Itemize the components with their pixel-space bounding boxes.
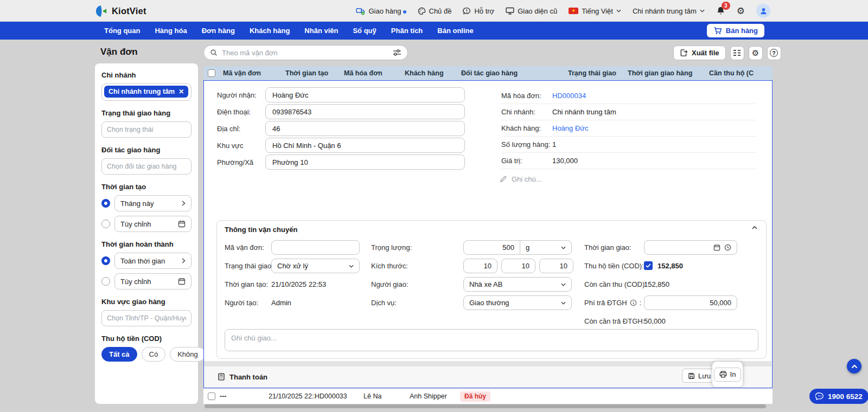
fee-remaining-value: 50,000 — [644, 314, 666, 329]
list-settings-button[interactable]: ⚙ — [749, 46, 763, 60]
invoice-code-link[interactable]: HD000034 — [552, 92, 586, 100]
completed-preset-select[interactable]: Toàn thời gian — [114, 253, 192, 269]
nav-items: Tổng quan Hàng hóa Đơn hàng Khách hàng N… — [104, 22, 474, 40]
fee-input[interactable] — [644, 295, 737, 310]
table-row[interactable]: --- 21/10/2025 22:34 HD000033 Lê Na Anh … — [203, 389, 773, 404]
save-button[interactable]: Lưu — [682, 369, 717, 383]
support-bubble-icon — [463, 7, 471, 15]
area-filter-input[interactable] — [101, 310, 192, 326]
col-doi-tac[interactable]: Đối tác giao hàng — [458, 69, 565, 77]
recipient-phone-row: Điện thoại: — [217, 104, 465, 119]
export-file-button[interactable]: Xuất file — [673, 46, 726, 60]
help-button[interactable]: ? — [767, 46, 781, 60]
recipient-phone-input[interactable] — [265, 104, 465, 119]
nav-hang-hoa[interactable]: Hàng hóa — [155, 27, 187, 35]
filter-sliders-icon[interactable] — [393, 49, 401, 56]
menu-delivery[interactable]: Giao hàng — [356, 7, 406, 15]
chip-close-icon[interactable]: ✕ — [178, 88, 184, 95]
menu-support[interactable]: Hỗ trợ — [463, 7, 494, 15]
created-custom-value: Tùy chỉnh — [120, 220, 151, 228]
recipient-region-label: Khu vực — [217, 141, 265, 150]
delivery-time-input[interactable] — [644, 240, 737, 255]
invoice-note-field[interactable]: Ghi chú... — [500, 175, 542, 183]
recipient-ward-label: Phường/Xã — [217, 158, 265, 166]
cod-option-no[interactable]: Không — [170, 347, 206, 362]
kiotviet-logo[interactable]: KiotViet — [95, 0, 146, 22]
invoice-branch-value: Chi nhánh trung tâm — [552, 108, 616, 116]
completed-preset-radio[interactable] — [101, 256, 110, 265]
cod-option-all[interactable]: Tất cả — [101, 347, 137, 362]
scroll-to-top-button[interactable] — [847, 359, 861, 374]
recipient-region-input[interactable] — [265, 138, 465, 153]
clock-icon[interactable] — [724, 244, 731, 251]
filter-branch: Chi nhánh Chi nhánh trung tâm ✕ — [101, 71, 192, 101]
export-file-label: Xuất file — [692, 49, 719, 57]
recipient-name-input[interactable] — [265, 87, 465, 102]
nav-phan-tich[interactable]: Phân tích — [391, 27, 423, 35]
col-thoi-gian-tao[interactable]: Thời gian tạo — [282, 69, 341, 77]
nav-khach-hang[interactable]: Khách hàng — [250, 27, 290, 35]
nav-ban-online[interactable]: Bán online — [437, 27, 473, 35]
col-can-thu-ho[interactable]: Cần thu hộ (C — [706, 69, 773, 77]
shipping-note-textarea[interactable] — [225, 329, 758, 351]
deliverer-select[interactable]: Nhà xe AB — [463, 277, 572, 292]
branch-filter-input[interactable]: Chi nhánh trung tâm ✕ — [101, 83, 192, 101]
size-height-input[interactable] — [539, 259, 573, 273]
nav-so-quy[interactable]: Sổ quỹ — [353, 27, 376, 35]
collapse-chevron-up-icon[interactable] — [752, 226, 757, 229]
payment-toggle[interactable]: Thanh toán — [218, 373, 267, 381]
horizontal-scrollbar[interactable] — [205, 404, 766, 408]
weight-input[interactable] — [464, 243, 520, 252]
cod-option-yes[interactable]: Có — [142, 347, 166, 362]
shipping-code-input[interactable] — [271, 240, 360, 255]
menu-theme[interactable]: Chủ đề — [418, 7, 452, 15]
menu-old-ui[interactable]: Giao diện cũ — [506, 7, 557, 15]
nav-don-hang[interactable]: Đơn hàng — [202, 27, 235, 35]
weight-unit-select[interactable]: g — [520, 241, 571, 254]
size-length-input[interactable] — [463, 259, 497, 273]
cod-checkbox-checked[interactable] — [644, 261, 653, 270]
col-trang-thai[interactable]: Trạng thái giao — [565, 69, 624, 77]
nav-tong-quan[interactable]: Tổng quan — [104, 27, 140, 35]
col-ma-van-don[interactable]: Mã vận đơn — [220, 69, 282, 77]
col-ma-hoa-don[interactable]: Mã hóa đơn — [341, 69, 401, 77]
select-all-checkbox[interactable] — [208, 69, 215, 77]
created-preset-radio[interactable] — [101, 199, 110, 208]
branch-chip[interactable]: Chi nhánh trung tâm ✕ — [104, 86, 188, 98]
partner-filter-input[interactable] — [101, 158, 192, 175]
calendar-icon[interactable] — [713, 244, 720, 251]
completed-custom-select[interactable]: Tùy chỉnh — [114, 273, 192, 289]
branch-filter-label: Chi nhánh — [101, 71, 192, 79]
info-icon[interactable] — [630, 299, 637, 306]
delivery-status-input[interactable] — [101, 121, 192, 138]
cod-filter-label: Thu hộ tiền (COD) — [101, 334, 192, 343]
weight-unit-value: g — [526, 243, 529, 252]
sell-button[interactable]: Bán hàng — [707, 24, 764, 37]
shipping-created-label: Thời gian tạo: — [225, 277, 268, 292]
completed-custom-radio[interactable] — [101, 277, 110, 286]
col-thoi-gian-giao[interactable]: Thời gian giao hàng — [624, 69, 706, 77]
nav-nhan-vien[interactable]: Nhân viên — [304, 27, 338, 35]
search-input[interactable] — [222, 49, 388, 57]
recipient-ward-input[interactable] — [265, 154, 465, 170]
menu-branch-switcher[interactable]: Chi nhánh trung tâm — [633, 7, 705, 15]
settings-button[interactable]: ⚙ — [737, 7, 745, 16]
col-khach-hang[interactable]: Khách hàng — [401, 69, 458, 77]
created-preset-select[interactable]: Tháng này — [114, 195, 192, 211]
size-width-input[interactable] — [501, 259, 535, 273]
recipient-address-input[interactable] — [265, 121, 465, 136]
notifications-button[interactable]: 3 — [716, 6, 725, 16]
deliverer-value: Nhà xe AB — [469, 280, 502, 288]
hotline-button[interactable]: 1900 6522 — [809, 389, 868, 404]
created-custom-radio[interactable] — [101, 220, 110, 228]
menu-language[interactable]: ★ Tiếng Việt — [569, 7, 621, 15]
print-button[interactable]: In — [714, 368, 742, 382]
service-select[interactable]: Giao thường — [463, 295, 572, 310]
created-custom-select[interactable]: Tùy chỉnh — [114, 216, 192, 232]
invoice-customer-link[interactable]: Hoàng Đức — [552, 124, 589, 132]
shipping-status-select[interactable]: Chờ xử lý — [271, 259, 360, 273]
invoice-code-row: Mã hóa đơn: HD000034 — [501, 88, 756, 104]
column-settings-button[interactable] — [730, 46, 744, 60]
row-checkbox[interactable] — [208, 392, 215, 400]
user-avatar[interactable] — [756, 4, 770, 18]
